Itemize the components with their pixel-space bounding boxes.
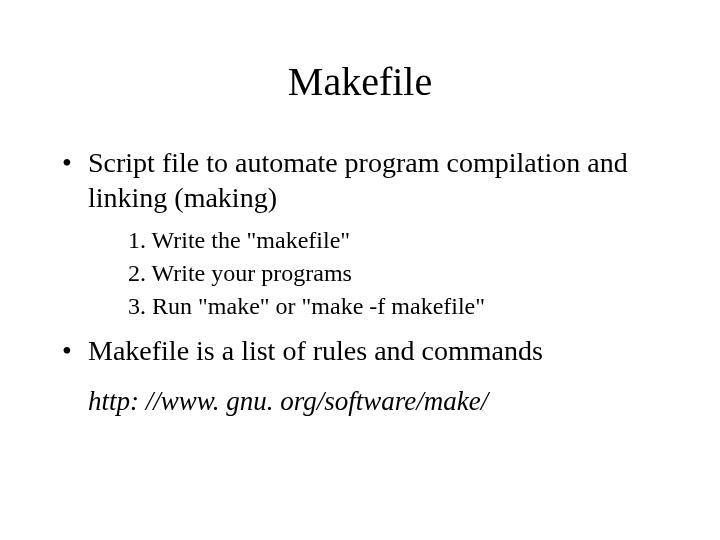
bullet-list: Script file to automate program compilat… xyxy=(60,145,660,368)
bullet-item: Script file to automate program compilat… xyxy=(60,145,660,323)
slide-title: Makefile xyxy=(0,58,720,105)
numbered-sublist: Write the "makefile" Write your programs… xyxy=(88,225,660,323)
sublist-item: Write your programs xyxy=(128,258,660,289)
slide-content: Script file to automate program compilat… xyxy=(60,145,660,417)
sublist-item: Write the "makefile" xyxy=(128,225,660,256)
bullet-text: Script file to automate program compilat… xyxy=(88,147,628,213)
bullet-item: Makefile is a list of rules and commands xyxy=(60,333,660,368)
reference-link: http: //www. gnu. org/software/make/ xyxy=(60,386,660,417)
bullet-text: Makefile is a list of rules and commands xyxy=(88,335,543,366)
slide: Makefile Script file to automate program… xyxy=(0,0,720,540)
sublist-item: Run "make" or "make -f makefile" xyxy=(128,291,660,322)
